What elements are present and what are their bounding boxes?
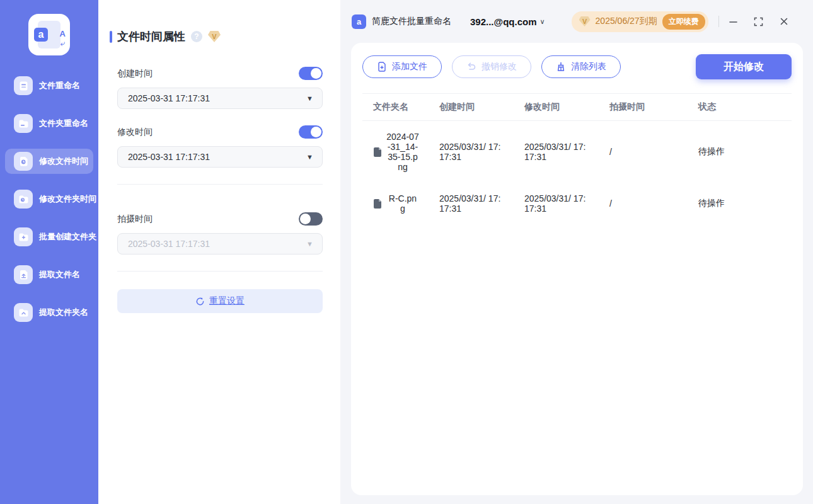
close-button[interactable] — [775, 12, 793, 31]
divider — [117, 271, 323, 272]
sidebar-item-label: 修改文件时间 — [39, 156, 88, 167]
column-header-created: 创建时间 — [439, 101, 524, 113]
undo-button[interactable]: 撤销修改 — [452, 55, 531, 78]
account-menu[interactable]: 392...@qq.com ∨ — [470, 16, 545, 27]
sidebar-item-label: 提取文件名 — [39, 269, 80, 280]
table-row[interactable]: R-C.png 2025/03/31/ 17:17:31 2025/03/31/… — [362, 183, 792, 224]
modified-time-label: 修改时间 — [117, 127, 153, 138]
status-badge: 待操作 — [698, 146, 792, 158]
clear-list-button[interactable]: 清除列表 — [541, 55, 621, 78]
table-header-row: 文件夹名 创建时间 修改时间 拍摄时间 状态 — [362, 93, 792, 121]
capture-time: / — [609, 198, 698, 209]
vip-icon: V — [579, 16, 591, 26]
add-file-icon — [377, 62, 387, 72]
app-chip: a 简鹿文件批量重命名 — [352, 14, 451, 29]
refresh-icon — [195, 297, 205, 306]
chevron-down-icon: ∨ — [540, 18, 545, 26]
modified-time-value: 2025-03-31 17:17:31 — [128, 152, 210, 162]
divider — [718, 16, 719, 27]
modified-time-select[interactable]: 2025-03-31 17:17:31 ▼ — [117, 146, 323, 168]
divider — [117, 184, 323, 185]
created-time: 2025/03/31/ 17:17:31 — [439, 193, 501, 214]
account-email: 392...@qq.com — [470, 16, 537, 27]
folder-time-icon — [14, 190, 33, 209]
sidebar-item-extract-file-name[interactable]: 提取文件名 — [5, 262, 93, 287]
modified-time-toggle[interactable] — [299, 125, 323, 139]
reset-settings-button[interactable]: 重置设置 — [117, 289, 323, 313]
capture-time-select: 2025-03-31 17:17:31 ▼ — [117, 233, 323, 255]
settings-panel: 文件时间属性 ? V 创建时间 2025-03-31 17:17:31 ▼ 修改… — [98, 0, 340, 504]
sidebar-item-label: 修改文件夹时间 — [39, 193, 96, 205]
toolbar: 添加文件 撤销修改 清除列表 开始修改 — [362, 54, 792, 79]
chevron-down-icon: ▼ — [306, 153, 313, 161]
modified-time: 2025/03/31/ 17:17:31 — [524, 193, 586, 214]
capture-time-toggle[interactable] — [299, 212, 323, 226]
file-extract-icon — [14, 265, 33, 284]
capture-time-label: 拍摄时间 — [117, 214, 153, 225]
minimize-button[interactable] — [724, 12, 743, 31]
capture-time-value: 2025-03-31 17:17:31 — [128, 239, 210, 249]
broom-icon — [556, 62, 566, 72]
created-time: 2025/03/31/ 17:17:31 — [439, 142, 501, 162]
modified-time: 2025/03/31/ 17:17:31 — [524, 142, 586, 162]
start-modify-button[interactable]: 开始修改 — [696, 54, 792, 79]
sidebar-item-label: 提取文件夹名 — [39, 307, 88, 318]
undo-icon — [466, 62, 476, 72]
page-title: 文件时间属性 — [117, 29, 185, 44]
file-icon — [373, 198, 382, 209]
logo-A-letter: A — [60, 29, 66, 38]
sidebar-item-file-rename[interactable]: 文件重命名 — [5, 73, 93, 98]
file-icon — [373, 147, 382, 158]
table-row[interactable]: 2024-07-31_14-35-15.png 2025/03/31/ 17:1… — [362, 121, 792, 183]
creation-time-value: 2025-03-31 17:17:31 — [128, 93, 210, 103]
sidebar-item-label: 批量创建文件夹 — [39, 231, 96, 243]
app-title: 简鹿文件批量重命名 — [372, 16, 451, 27]
title-accent-bar — [110, 31, 112, 43]
column-header-name: 文件夹名 — [373, 101, 439, 113]
window-titlebar: a 简鹿文件批量重命名 392...@qq.com ∨ V 2025/06/27… — [340, 0, 813, 43]
license-expiry-text: 2025/06/27到期 — [596, 16, 657, 27]
sidebar-item-batch-create-folder[interactable]: 批量创建文件夹 — [5, 224, 93, 249]
renew-now-button[interactable]: 立即续费 — [662, 14, 705, 30]
file-list-card: 添加文件 撤销修改 清除列表 开始修改 文件夹名 创建时间 修改时间 拍摄时间 … — [351, 43, 803, 495]
creation-time-label: 创建时间 — [117, 68, 153, 79]
toggle-knob — [300, 214, 311, 224]
add-files-label: 添加文件 — [392, 61, 427, 72]
creation-time-toggle[interactable] — [299, 67, 323, 80]
chevron-down-icon: ▼ — [306, 94, 313, 102]
vip-icon[interactable]: V — [208, 31, 221, 42]
undo-label: 撤销修改 — [481, 61, 517, 72]
creation-time-select[interactable]: 2025-03-31 17:17:31 ▼ — [117, 88, 323, 109]
maximize-button[interactable] — [749, 12, 768, 31]
file-time-icon — [14, 152, 33, 171]
file-rename-icon — [14, 76, 33, 95]
folder-plus-icon — [14, 227, 33, 246]
file-name: R-C.png — [386, 193, 419, 214]
capture-time: / — [609, 147, 698, 157]
help-icon[interactable]: ? — [191, 31, 202, 42]
sidebar-item-label: 文件重命名 — [39, 80, 80, 91]
sidebar: a A ⤶ 文件重命名 文件夹重命名 修改文件时间 — [0, 0, 98, 504]
column-header-captured: 拍摄时间 — [609, 101, 698, 113]
chevron-down-icon: ▼ — [306, 240, 313, 248]
license-badge: V 2025/06/27到期 立即续费 — [572, 11, 708, 32]
sidebar-item-modify-folder-time[interactable]: 修改文件夹时间 — [5, 186, 93, 212]
status-badge: 待操作 — [698, 198, 792, 209]
reset-settings-label: 重置设置 — [209, 295, 245, 307]
column-header-modified: 修改时间 — [524, 101, 609, 113]
column-header-status: 状态 — [698, 101, 792, 113]
logo-a-icon: a — [34, 28, 48, 42]
toggle-knob — [311, 68, 321, 79]
toggle-knob — [311, 127, 321, 137]
sidebar-nav: 文件重命名 文件夹重命名 修改文件时间 修改文件夹时间 批量创建文件夹 — [0, 73, 98, 325]
main-area: a 简鹿文件批量重命名 392...@qq.com ∨ V 2025/06/27… — [340, 0, 813, 504]
logo-arrow-icon: ⤶ — [61, 38, 65, 49]
clear-list-label: 清除列表 — [571, 61, 606, 72]
sidebar-item-folder-rename[interactable]: 文件夹重命名 — [5, 111, 93, 136]
add-files-button[interactable]: 添加文件 — [362, 55, 442, 78]
file-name: 2024-07-31_14-35-15.png — [386, 132, 419, 172]
sidebar-item-modify-file-time[interactable]: 修改文件时间 — [5, 149, 93, 174]
file-table: 文件夹名 创建时间 修改时间 拍摄时间 状态 2024-07-31_14-35-… — [362, 93, 792, 224]
window-controls — [724, 12, 793, 31]
sidebar-item-extract-folder-name[interactable]: 提取文件夹名 — [5, 300, 93, 325]
